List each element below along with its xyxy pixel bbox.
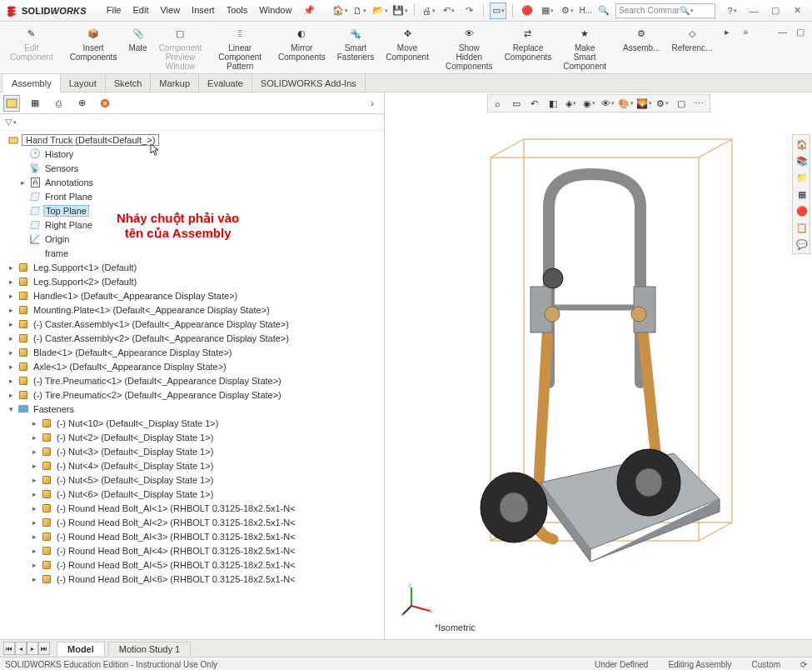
ribbon-expand-icon[interactable]: »: [737, 23, 754, 40]
tree-item[interactable]: ▸Leg.Support<1> (Default): [2, 260, 384, 274]
tab-markup[interactable]: Markup: [151, 74, 199, 92]
settings-icon[interactable]: ⚙▾: [559, 2, 575, 19]
tab-layout[interactable]: Layout: [61, 74, 106, 92]
tree-item[interactable]: ▸(-) Nut<3> (Default<_Display State 1>): [2, 444, 384, 458]
property-manager-tab-icon[interactable]: ▦: [27, 95, 43, 112]
tree-item[interactable]: ▸(-) Round Head Bolt_AI<1> (RHBOLT 0.312…: [2, 501, 384, 515]
tree-item[interactable]: ▸(-) Nut<4> (Default<_Display State 1>): [2, 458, 384, 472]
prev-view-icon[interactable]: ↶: [528, 97, 541, 110]
render-icon[interactable]: ▢: [675, 97, 688, 110]
rebuild-icon[interactable]: 🔴: [519, 2, 536, 19]
tab-model[interactable]: Model: [57, 642, 105, 656]
ribbon-reference-more[interactable]: ◇Referenc...: [667, 23, 718, 73]
menu-pin-icon[interactable]: 📌: [298, 2, 320, 18]
configuration-tab-icon[interactable]: ⎙: [50, 95, 67, 112]
ribbon-replace-components[interactable]: ⇄ReplaceComponents: [500, 23, 557, 73]
section-view-icon[interactable]: ◧: [546, 97, 560, 110]
tab-assembly[interactable]: Assembly: [3, 74, 61, 92]
menu-edit[interactable]: Edit: [127, 2, 153, 18]
ribbon-mate[interactable]: 📎Mate: [123, 23, 152, 73]
edit-appearance-icon[interactable]: 🎨▾: [620, 97, 633, 110]
tree-item[interactable]: Front Plane: [2, 189, 384, 203]
ribbon-show-hidden[interactable]: 👁Show HiddenComponents: [441, 23, 498, 73]
restore-icon[interactable]: ▢: [765, 3, 785, 18]
apply-scene-icon[interactable]: 🌄▾: [638, 97, 651, 110]
menu-tools[interactable]: Tools: [222, 2, 253, 18]
tab-motion-study[interactable]: Motion Study 1: [108, 642, 191, 656]
redo-icon[interactable]: ↷: [461, 2, 477, 19]
new-icon[interactable]: 🗋▾: [351, 2, 368, 19]
doc-restore-icon[interactable]: ▢: [792, 23, 809, 40]
tree-item[interactable]: ▸Blade<1> (Default<_Appearance Display S…: [2, 345, 384, 359]
tree-item[interactable]: ▸(-) Nut<5> (Default<_Display State 1>): [2, 472, 384, 487]
feature-tree-tab-icon[interactable]: [3, 95, 20, 112]
tab-evaluate[interactable]: Evaluate: [199, 74, 252, 92]
tree-item[interactable]: ▸Axle<1> (Default<_Appearance Display St…: [2, 359, 384, 373]
tab-next-icon[interactable]: ▸: [27, 642, 38, 655]
select-icon[interactable]: ▭▾: [490, 2, 506, 19]
tree-item[interactable]: ▸(-) Round Head Bolt_AI<2> (RHBOLT 0.312…: [2, 515, 384, 529]
ribbon-edit-component[interactable]: ✎EditComponent: [5, 23, 58, 73]
options-dropdown-icon[interactable]: ▦▾: [539, 2, 555, 19]
tree-item[interactable]: ▸(-) Caster.Assembly<1> (Default<_Appear…: [2, 317, 384, 331]
graphics-viewport[interactable]: ⌕ ▭ ↶ ◧ ◈▾ ◉▾ 👁▾ 🎨▾ 🌄▾ ⚙▾ ▢ ⋯ 🏠 📚 📁 ▦ 🔴 …: [385, 92, 812, 639]
tree-item[interactable]: ▸(-) Tire.Pneumatic<1> (Default<_Appeara…: [2, 373, 384, 388]
status-rebuild-icon[interactable]: ⟳: [800, 660, 807, 669]
print-icon[interactable]: 🖨▾: [421, 2, 437, 19]
doc-minimize-icon[interactable]: —: [774, 23, 790, 40]
display-manager-tab-icon[interactable]: [97, 95, 113, 112]
zoom-area-icon[interactable]: ▭: [510, 97, 523, 110]
tree-item[interactable]: ▸(-) Round Head Bolt_AI<6> (RHBOLT 0.312…: [2, 572, 384, 586]
ribbon-play-icon[interactable]: ▸: [719, 23, 735, 40]
tree-root[interactable]: Hand Truck (Default<Default_>): [2, 132, 384, 147]
open-icon[interactable]: 📂▾: [371, 2, 388, 19]
ribbon-mirror[interactable]: ◐MirrorComponents: [273, 23, 331, 73]
view-settings-icon[interactable]: ⚙▾: [656, 97, 670, 110]
tab-addins[interactable]: SOLIDWORKS Add-Ins: [252, 74, 366, 92]
tree-item[interactable]: Right Plane: [2, 218, 384, 232]
tree-item[interactable]: ▸Mounting.Plate<1> (Default<_Appearance …: [2, 302, 384, 317]
feature-tree[interactable]: Hand Truck (Default<Default_>) 🕑History📡…: [0, 131, 384, 639]
more-icon[interactable]: ⋯: [693, 97, 706, 110]
help-icon[interactable]: ?▾: [722, 3, 742, 18]
tab-first-icon[interactable]: ⏮: [3, 642, 15, 655]
tree-item[interactable]: ▸(-) Round Head Bolt_AI<5> (RHBOLT 0.312…: [2, 558, 384, 572]
zoom-fit-icon[interactable]: ⌕: [491, 97, 505, 110]
tab-last-icon[interactable]: ⏭: [38, 642, 50, 655]
undo-icon[interactable]: ↶▾: [441, 2, 457, 19]
display-style-icon[interactable]: ◉▾: [583, 97, 596, 110]
tree-item[interactable]: frame: [2, 246, 384, 260]
ribbon-component-preview[interactable]: ▢ComponentPreview Window: [154, 23, 207, 73]
tree-item[interactable]: ▸(-) Round Head Bolt_AI<4> (RHBOLT 0.312…: [2, 543, 384, 558]
tree-item[interactable]: ▸Leg.Support<2> (Default): [2, 274, 384, 288]
view-triad-icon[interactable]: y x z: [401, 582, 435, 616]
tree-item[interactable]: ▸(-) Tire.Pneumatic<2> (Default<_Appeara…: [2, 388, 384, 402]
status-units[interactable]: Custom: [752, 660, 780, 669]
tree-item[interactable]: Top Plane: [2, 203, 384, 218]
tree-item[interactable]: ▸(-) Nut<6> (Default<_Display State 1>): [2, 487, 384, 501]
ribbon-move-component[interactable]: ✥Move Component: [381, 23, 434, 73]
dimxpert-tab-icon[interactable]: ⊕: [73, 95, 90, 112]
search-icon[interactable]: 🔍: [595, 2, 612, 19]
menu-window[interactable]: Window: [254, 2, 296, 18]
save-icon[interactable]: 💾▾: [391, 2, 408, 19]
menu-view[interactable]: View: [155, 2, 185, 18]
close-icon[interactable]: ✕: [787, 3, 807, 18]
ribbon-insert-components[interactable]: 📦Insert Components: [65, 23, 122, 73]
view-orientation-icon[interactable]: ◈▾: [565, 97, 578, 110]
search-input[interactable]: Search Commar 🔍▾: [615, 3, 715, 18]
minimize-icon[interactable]: —: [744, 3, 764, 18]
history-label[interactable]: H...: [579, 2, 592, 19]
ribbon-linear-pattern[interactable]: ⦙⦙Linear Component Pattern: [213, 23, 267, 73]
panel-flyout-icon[interactable]: ›: [364, 95, 381, 112]
tree-item[interactable]: 📡Sensors: [2, 161, 384, 175]
tree-item[interactable]: ▸(-) Nut<2> (Default<_Display State 1>): [2, 430, 384, 444]
tree-filter[interactable]: ▽▾: [0, 114, 384, 131]
ribbon-assembly-more[interactable]: ⚙Assemb...: [618, 23, 665, 73]
tree-item[interactable]: ▸(-) Caster.Assembly<2> (Default<_Appear…: [2, 331, 384, 345]
tree-item[interactable]: 🕑History: [2, 147, 384, 161]
tab-sketch[interactable]: Sketch: [106, 74, 152, 92]
tree-item[interactable]: ▸(-) Round Head Bolt_AI<3> (RHBOLT 0.312…: [2, 529, 384, 543]
tab-prev-icon[interactable]: ◂: [15, 642, 27, 655]
tree-item[interactable]: ▾Fasteners: [2, 402, 384, 416]
